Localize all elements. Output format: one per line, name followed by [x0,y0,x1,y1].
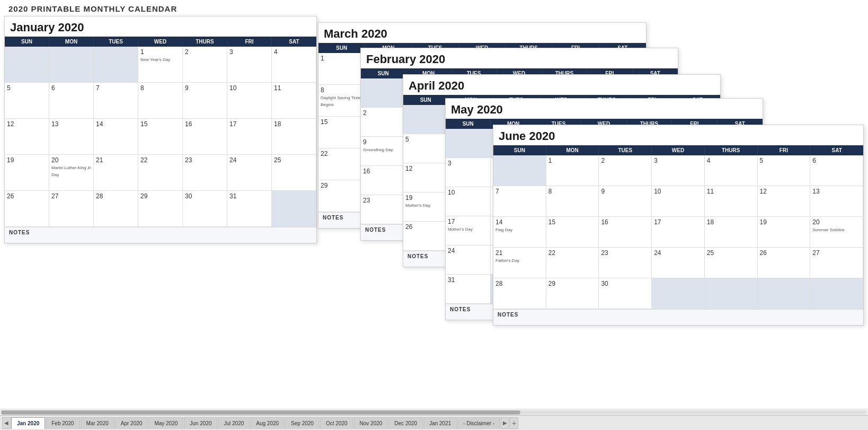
tab-scroll-left[interactable]: ◀ [2,417,11,429]
table-row: 23 [599,248,652,278]
day-number: 20 [812,218,861,226]
calendar-june: June 2020 SUN MON TUES WED THURS FRI SAT… [493,125,864,326]
table-row: 16 [183,119,227,155]
table-row: 17 [227,119,272,155]
tab-item[interactable]: Oct 2020 [320,417,353,429]
table-row: 23 [183,155,227,191]
holiday-label: Daylight Saving Time Begins [321,95,360,107]
table-row: 26 [758,248,811,278]
day-number: 15 [548,218,597,226]
table-row: 1 [546,155,599,186]
table-row: 8 [138,83,183,119]
day-number: 2 [363,109,403,117]
table-row: 20Martin Luther King Jr Day [49,155,94,191]
table-row: 30 [183,191,227,227]
tab-item[interactable]: Nov 2020 [354,417,388,429]
day-number: 4 [707,157,755,164]
tab-item[interactable]: Jan 2020 [11,417,45,429]
table-row: 19Mother's Day [403,192,448,222]
table-row [49,47,94,83]
tab-item[interactable]: - Disclaimer - [457,417,500,429]
table-row [493,155,546,186]
jan-header-fri: FRI [227,37,272,47]
table-row: 16 [599,217,652,248]
day-number: 25 [274,156,314,164]
scrollbar-area[interactable] [0,409,868,415]
day-number: 24 [229,156,269,164]
tab-item[interactable]: Apr 2020 [115,417,148,429]
table-row: 20Summer Solstice [810,217,863,248]
day-number: 20 [51,156,91,164]
tab-item[interactable]: Aug 2020 [250,417,285,429]
tab-add[interactable]: + [510,417,518,429]
table-row: 27 [810,248,863,278]
table-row: 9 [183,83,227,119]
day-number: 12 [760,188,808,195]
day-number: 1 [321,55,362,62]
table-row: 12 [403,163,448,192]
day-number: 11 [707,188,755,195]
table-row: 6 [810,155,863,186]
scrollbar-track[interactable] [1,410,867,415]
january-body: 1New Year's Day2345678910111213141516171… [5,47,316,227]
table-row: 28 [94,191,138,227]
table-row: 8 [546,186,599,217]
table-row: 23 [361,195,406,224]
table-row: 21Father's Day [493,248,546,278]
table-row: 18 [705,217,758,248]
page-title: 2020 PRINTABLE MONTHLY CALENDAR [0,0,868,15]
day-number: 8 [548,188,597,195]
tab-item[interactable]: May 2020 [148,417,183,429]
table-row: 12 [5,119,49,155]
tab-item[interactable]: Jun 2020 [184,417,217,429]
table-row: 11 [272,83,316,119]
table-row [758,278,811,309]
calendar-january: January 2020 SUN MON TUES WED THURS FRI … [4,16,317,243]
table-row: 28 [493,278,546,309]
tab-item[interactable]: Mar 2020 [81,417,114,429]
day-number: 27 [812,249,861,257]
tab-item[interactable]: Jul 2020 [218,417,250,429]
scrollbar-thumb[interactable] [1,410,520,415]
table-row: 7 [493,186,546,217]
jan-header-sun: SUN [5,37,49,47]
day-number: 5 [7,84,47,92]
day-number: 1 [140,48,180,56]
day-number: 6 [812,157,861,164]
day-number: 7 [96,84,136,92]
june-header: SUN MON TUES WED THURS FRI SAT [493,145,863,155]
tab-item[interactable]: Jan 2021 [423,417,457,429]
day-number: 24 [654,249,702,257]
holiday-label: Martin Luther King Jr Day [51,165,91,177]
june-body: 1234567891011121314Flag Day151617181920S… [493,155,863,309]
table-row [361,78,406,108]
tab-scroll-right[interactable]: ▶ [501,417,509,429]
day-number: 24 [448,247,488,255]
table-row: 22 [546,248,599,278]
day-number: 17 [229,120,269,128]
table-row [705,278,758,309]
day-number: 9 [363,138,403,146]
table-row: 3 [652,155,705,186]
tab-item[interactable]: Feb 2020 [46,417,79,429]
holiday-label: Flag Day [495,227,512,232]
day-number: 4 [274,48,314,56]
table-row: 5 [758,155,811,186]
table-row: 15 [318,117,365,148]
day-number: 26 [7,192,47,200]
day-number: 10 [654,188,702,195]
table-row: 10 [446,187,491,216]
june-title: June 2020 [493,125,863,145]
table-row: 3 [446,158,491,187]
day-number: 26 [760,249,808,257]
day-number: 30 [601,280,649,287]
tab-item[interactable]: Sep 2020 [285,417,320,429]
day-number: 2 [601,157,649,164]
table-row: 25 [705,248,758,278]
table-row: 4 [272,47,316,83]
table-row [5,47,49,83]
jan-header-thu: THURS [183,37,227,47]
table-row: 18 [272,119,316,155]
tab-item[interactable]: Dec 2020 [388,417,423,429]
day-number: 21 [495,249,544,257]
